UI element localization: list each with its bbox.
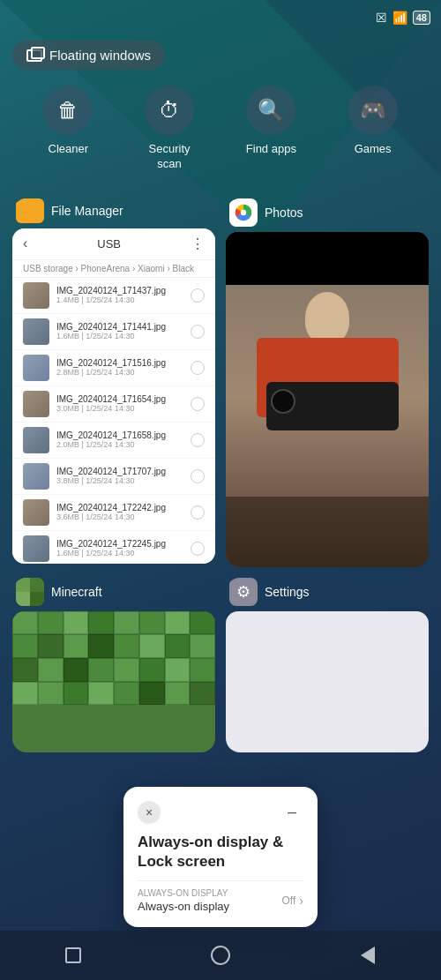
nav-back-btn[interactable] xyxy=(350,938,385,973)
fm-file-meta: 1.6MB | 1/25/24 14:30 xyxy=(56,549,191,557)
floating-windows-icon xyxy=(26,49,42,62)
fm-file-info: IMG_20240124_171707.jpg 3.8MB | 1/25/24 … xyxy=(56,467,191,485)
person-head xyxy=(305,292,349,343)
fm-thumb xyxy=(23,282,49,309)
wifi-icon: 📶 xyxy=(392,11,407,25)
minecraft-icon xyxy=(16,578,44,606)
fm-thumb xyxy=(23,355,49,381)
fm-file-info: IMG_20240124_171441.jpg 1.6MB | 1/25/24 … xyxy=(56,322,191,340)
fm-file-meta: 2.0MB | 1/25/24 14:30 xyxy=(56,440,191,449)
fm-back-btn[interactable]: ‹ xyxy=(23,236,27,251)
fm-file-item[interactable]: IMG_20240124_172242.jpg 3.6MB | 1/25/24 … xyxy=(12,495,215,531)
fm-breadcrumb: USB storage › PhoneArena › Xiaomi › Blac… xyxy=(12,260,215,278)
fm-file-check xyxy=(191,505,205,520)
photos-black-area xyxy=(226,232,429,285)
nav-recent-btn[interactable] xyxy=(56,938,91,973)
fm-file-info: IMG_20240124_172245.jpg 1.6MB | 1/25/24 … xyxy=(56,539,191,557)
settings-popup: × – Always-on display & Lock screen ALWA… xyxy=(123,787,318,927)
fm-thumb xyxy=(23,318,49,345)
minimize-icon: – xyxy=(288,803,296,821)
photos-header: Photos xyxy=(226,198,429,232)
quick-action-security-scan[interactable]: ⏱ Securityscan xyxy=(145,86,194,172)
photo-shadow xyxy=(226,497,429,567)
recent-apps-icon xyxy=(65,947,81,963)
fm-file-name: IMG_20240124_172242.jpg xyxy=(56,503,191,512)
nav-home-btn[interactable] xyxy=(203,938,238,973)
fm-file-name: IMG_20240124_172245.jpg xyxy=(56,539,191,549)
settings-card[interactable]: ⚙ Settings xyxy=(226,578,429,752)
file-manager-card[interactable]: File Manager ‹ USB ⋮ USB storage › Phone… xyxy=(12,198,215,567)
fm-top-bar: ‹ USB ⋮ xyxy=(12,228,215,260)
fm-file-meta: 1.4MB | 1/25/24 14:30 xyxy=(56,295,191,304)
file-manager-header: File Manager xyxy=(12,198,215,228)
quick-actions-row: 🗑 Cleaner ⏱ Securityscan 🔍 Find apps 🎮 G… xyxy=(0,70,441,181)
popup-minimize-btn[interactable]: – xyxy=(280,801,303,824)
file-manager-name: File Manager xyxy=(51,204,123,218)
fm-file-check xyxy=(191,542,205,556)
cleaner-icon: 🗑 xyxy=(57,98,78,123)
quick-action-find-apps[interactable]: 🔍 Find apps xyxy=(246,86,296,172)
gear-icon: ⚙ xyxy=(236,582,250,602)
popup-title: Always-on display & Lock screen xyxy=(138,833,303,872)
fm-file-info: IMG_20240124_171437.jpg 1.4MB | 1/25/24 … xyxy=(56,286,191,304)
fm-thumb xyxy=(23,535,49,562)
fm-file-name: IMG_20240124_171437.jpg xyxy=(56,286,191,295)
battery-level: 48 xyxy=(416,12,427,23)
popup-divider xyxy=(138,880,303,881)
quick-action-cleaner[interactable]: 🗑 Cleaner xyxy=(43,86,93,172)
fm-file-name: IMG_20240124_171441.jpg xyxy=(56,322,191,332)
photos-card[interactable]: Photos xyxy=(226,198,429,567)
fm-file-meta: 1.6MB | 1/25/24 14:30 xyxy=(56,332,191,340)
fm-title: USB xyxy=(97,237,121,251)
popup-setting-off: Off xyxy=(282,894,296,907)
minecraft-name: Minecraft xyxy=(51,585,102,599)
quick-action-games[interactable]: 🎮 Games xyxy=(348,86,398,172)
svg-point-0 xyxy=(241,210,246,215)
fm-file-item[interactable]: IMG_20240124_171707.jpg 3.8MB | 1/25/24 … xyxy=(12,459,215,495)
fm-file-name: IMG_20240124_171654.jpg xyxy=(56,394,191,404)
fm-file-item[interactable]: IMG_20240124_171437.jpg 1.4MB | 1/25/24 … xyxy=(12,278,215,314)
cleaner-label: Cleaner xyxy=(49,142,89,157)
fm-file-name: IMG_20240124_171516.jpg xyxy=(56,358,191,368)
fm-file-item[interactable]: IMG_20240124_171658.jpg 2.0MB | 1/25/24 … xyxy=(12,423,215,459)
fm-thumb xyxy=(23,427,49,453)
fm-file-meta: 2.8MB | 1/25/24 14:30 xyxy=(56,368,191,377)
security-scan-circle: ⏱ xyxy=(145,86,194,135)
bottom-nav-bar xyxy=(0,931,441,980)
file-manager-icon xyxy=(16,198,44,223)
fm-file-item[interactable]: IMG_20240124_171441.jpg 1.6MB | 1/25/24 … xyxy=(12,314,215,350)
floating-windows-button[interactable]: Floating windows xyxy=(12,41,165,70)
photos-image xyxy=(226,285,429,567)
app-cards-row2: Minecraft xyxy=(0,578,441,763)
popup-close-btn[interactable]: × xyxy=(138,801,161,824)
settings-header: ⚙ Settings xyxy=(226,578,429,611)
fm-file-item[interactable]: IMG_20240124_172245.jpg 1.6MB | 1/25/24 … xyxy=(12,531,215,564)
fm-file-name: IMG_20240124_171707.jpg xyxy=(56,467,191,476)
close-icon: × xyxy=(146,805,153,819)
games-circle: 🎮 xyxy=(348,86,398,135)
fm-file-meta: 3.0MB | 1/25/24 14:30 xyxy=(56,404,191,413)
status-bar: ☒ 📶 48 xyxy=(0,0,441,35)
fm-file-meta: 3.8MB | 1/25/24 14:30 xyxy=(56,476,191,485)
fm-file-check xyxy=(191,469,205,483)
security-scan-label: Securityscan xyxy=(149,142,191,172)
minecraft-content xyxy=(12,611,215,752)
fm-file-item[interactable]: IMG_20240124_171516.jpg 2.8MB | 1/25/24 … xyxy=(12,350,215,386)
minecraft-card[interactable]: Minecraft xyxy=(12,578,215,752)
fm-file-item[interactable]: IMG_20240124_171654.jpg 3.0MB | 1/25/24 … xyxy=(12,386,215,423)
find-apps-label: Find apps xyxy=(246,142,296,157)
fm-file-check xyxy=(191,325,205,339)
popup-setting-row[interactable]: ALWAYS-ON DISPLAY Always-on display Off … xyxy=(138,888,303,913)
popup-arrow-icon: › xyxy=(299,894,303,908)
photos-name: Photos xyxy=(265,206,303,220)
photos-content xyxy=(226,232,429,567)
fm-file-list: IMG_20240124_171437.jpg 1.4MB | 1/25/24 … xyxy=(12,278,215,564)
minecraft-header: Minecraft xyxy=(12,578,215,611)
fm-file-info: IMG_20240124_172242.jpg 3.6MB | 1/25/24 … xyxy=(56,503,191,521)
fm-more-btn[interactable]: ⋮ xyxy=(191,236,205,252)
fm-thumb xyxy=(23,499,49,526)
settings-icon: ⚙ xyxy=(229,578,258,606)
photos-icon xyxy=(229,198,258,227)
fm-file-check xyxy=(191,288,205,303)
back-icon xyxy=(361,946,375,964)
